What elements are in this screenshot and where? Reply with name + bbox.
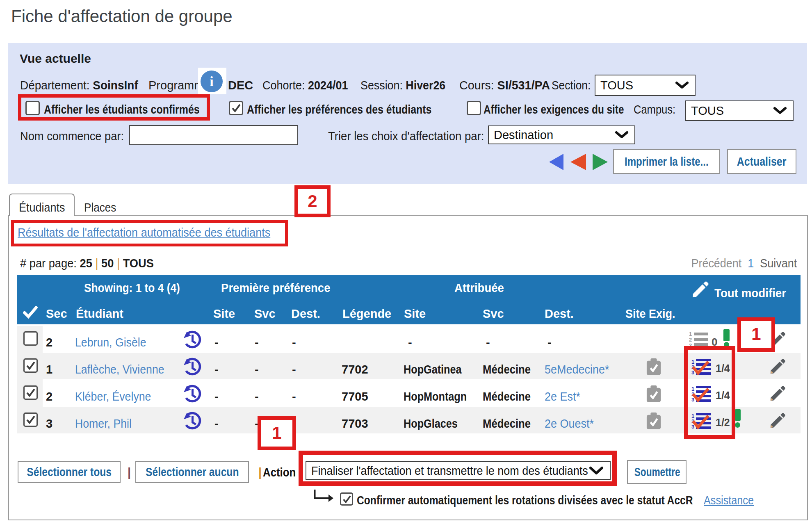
svg-text:2: 2 [689,337,692,343]
svg-text:1: 1 [689,331,692,337]
